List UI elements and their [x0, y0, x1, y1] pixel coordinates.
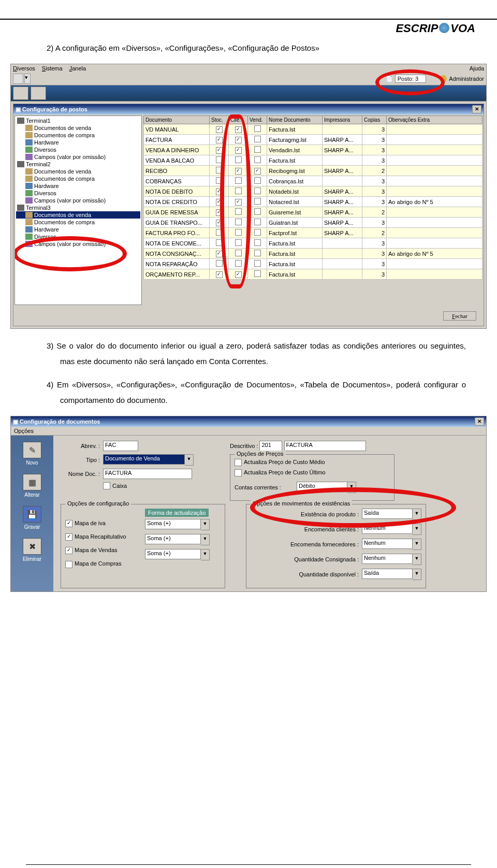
menu-diversos[interactable]: DDiversosiversos	[13, 65, 35, 71]
table-row[interactable]: COBRANÇASCobranças.lst3	[144, 176, 483, 186]
menu-sistema[interactable]: Sistema	[42, 65, 63, 71]
dropdown-icon[interactable]: ▼	[201, 519, 210, 530]
input-tipo[interactable]: Documento de Venda	[103, 454, 185, 465]
input-qtdis[interactable]: Saída	[362, 569, 413, 579]
input-exist[interactable]: Saída	[362, 509, 413, 519]
label-encfor: Encomenda fornecedores :	[290, 541, 362, 547]
checkbox-act2[interactable]	[235, 469, 242, 476]
tree-item[interactable]: Diversos	[16, 233, 140, 240]
input-encfor[interactable]: Nenhum	[362, 539, 413, 549]
dropdown-icon[interactable]: ▼	[413, 524, 421, 535]
col-clie[interactable]: Clie.	[229, 116, 248, 124]
tree-item[interactable]: Documentos de compra	[16, 175, 140, 182]
checkbox-maprec[interactable]: ✓	[65, 533, 72, 541]
tree-view[interactable]: Terminal1 Documentos de venda Documentos…	[14, 115, 142, 305]
table-row[interactable]: VENDA A BALCAOFactura.lst3	[144, 155, 483, 166]
close-icon[interactable]: ✕	[475, 417, 484, 426]
tree-item[interactable]: Campos (valor por omissão)	[16, 240, 140, 248]
sidebar-novo[interactable]: ✎Novo	[11, 438, 53, 470]
input-nome[interactable]: FACTURA	[103, 469, 192, 479]
tree-item[interactable]: Hardware	[16, 226, 140, 233]
checkbox-mapven[interactable]: ✓	[65, 547, 72, 554]
dropdown-icon[interactable]: ▼	[347, 482, 356, 493]
tree-item[interactable]: Diversos	[16, 146, 140, 153]
toolbar-dropdown-icon[interactable]: ▾	[24, 74, 31, 84]
col-nome[interactable]: Nome Documento	[267, 116, 323, 124]
sidebar-eliminar[interactable]: ✖Eliminar	[11, 534, 53, 566]
tree-terminal1[interactable]: Terminal1	[16, 117, 140, 124]
col-vend[interactable]: Vend.	[248, 116, 267, 124]
column-forma: Forma de actualização	[145, 509, 209, 517]
dropdown-icon[interactable]: ▼	[185, 454, 194, 466]
table-row[interactable]: GUIA DE TRANSPO...✓Guiatran.lstSHARP A..…	[144, 218, 483, 228]
table-row[interactable]: NOTA DE CREDITO✓✓Notacred.lstSHARP A...3…	[144, 197, 483, 207]
documents-grid[interactable]: Documento Stoc. Clie. Vend. Nome Documen…	[143, 115, 483, 305]
input-soma[interactable]: Soma (+)	[145, 549, 201, 559]
tree-item[interactable]: Campos (valor por omissão)	[16, 153, 140, 161]
checkbox-mapiva[interactable]: ✓	[65, 520, 72, 527]
dropdown-icon[interactable]: ▼	[201, 534, 210, 545]
tree-item[interactable]: Documentos de compra	[16, 132, 140, 139]
dropdown-icon[interactable]: ▼	[413, 539, 421, 550]
col-doc[interactable]: Documento	[144, 116, 210, 124]
tree-item[interactable]: Documentos de venda	[16, 168, 140, 175]
label-caixa: Caixa	[112, 483, 127, 489]
input-soma[interactable]: Soma (+)	[145, 534, 201, 544]
label-descritivo: Descritivo :	[230, 443, 258, 449]
table-row[interactable]: NOTA DE DEBITO✓Notadebi.lstSHARP A...3	[144, 186, 483, 197]
close-button[interactable]: Fechar	[443, 311, 476, 321]
dropdown-icon[interactable]: ▼	[413, 509, 421, 520]
input-qtcon[interactable]: Nenhum	[362, 554, 413, 564]
table-row[interactable]: FACTURA PRO FO...Factprof.lstSHARP A...2	[144, 228, 483, 238]
col-imp[interactable]: Impressora	[323, 116, 362, 124]
tree-item[interactable]: Campos (valor por omissão)	[16, 197, 140, 204]
col-obs[interactable]: Obervações Extra	[387, 116, 483, 124]
table-row[interactable]: ORÇAMENTO REP...✓✓Factura.lst3	[144, 269, 483, 280]
tree-item[interactable]: Documentos de venda	[16, 124, 140, 132]
toolbar-icon[interactable]	[13, 74, 23, 84]
tree-terminal2[interactable]: Terminal2	[16, 161, 140, 168]
menu-ajuda[interactable]: Ajuda	[470, 65, 484, 71]
table-row[interactable]: NOTA REPARAÇÃOFactura.lst3	[144, 259, 483, 269]
input-desc-num[interactable]: 201	[259, 441, 282, 451]
input-contas[interactable]: Débito	[297, 482, 347, 492]
table-row[interactable]: FACTURA✓✓Facturagmg.lstSHARP A...3	[144, 135, 483, 145]
checkbox-caixa[interactable]	[103, 482, 110, 489]
col-cop[interactable]: Copias	[362, 116, 387, 124]
table-row[interactable]: NOTA CONSIGNAÇ...✓Factura.lst3Ao abrigo …	[144, 249, 483, 259]
tree-item[interactable]: Hardware	[16, 182, 140, 190]
close-icon[interactable]: ✕	[472, 105, 481, 113]
tree-item[interactable]: Hardware	[16, 139, 140, 146]
sidebar-gravar[interactable]: 💾Gravar	[11, 502, 53, 534]
input-soma[interactable]: Soma (+)	[145, 519, 201, 529]
checkbox-mapcom[interactable]	[65, 561, 72, 568]
table-row[interactable]: GUIA DE REMESSA✓Guiareme.lstSHARP A...2	[144, 207, 483, 218]
dropdown-icon[interactable]: ▼	[201, 549, 210, 560]
input-enccli[interactable]: Nenhum	[362, 524, 413, 534]
iconbar-icon[interactable]	[31, 86, 46, 100]
table-row[interactable]: NOTA DE ENCOME...Factura.lst3	[144, 238, 483, 249]
sidebar: ✎Novo ▦Alterar 💾Gravar ✖Eliminar	[11, 436, 53, 591]
label-exist: Existência do produto :	[301, 511, 362, 517]
dropdown-icon[interactable]: ▼	[413, 569, 421, 580]
iconbar-icon[interactable]	[13, 86, 28, 100]
table-row[interactable]: VENDA A DINHEIRO✓✓Vendadin.lstSHARP A...…	[144, 145, 483, 155]
dropdown-icon[interactable]: ▼	[413, 554, 421, 565]
checkbox-act1[interactable]	[235, 459, 242, 466]
menu-opcoes[interactable]: Opções	[14, 428, 34, 434]
tree-terminal3[interactable]: Terminal3	[16, 204, 140, 211]
input-desc-txt[interactable]: FACTURA	[284, 441, 366, 451]
tree-item[interactable]: Diversos	[16, 190, 140, 197]
menubar[interactable]: DDiversosiversos Sistema Janela Ajuda	[11, 64, 486, 73]
tree-item-selected[interactable]: Documentos de venda	[16, 211, 140, 219]
table-row[interactable]: VD MANUAL✓✓Factura.lst3	[144, 124, 483, 135]
admin-icon	[440, 75, 447, 82]
table-row[interactable]: RECIBO✓✓Recibogmg.lstSHARP A...2	[144, 166, 483, 176]
tree-item[interactable]: Documentos de compra	[16, 219, 140, 226]
menu-janela[interactable]: Janela	[69, 65, 86, 71]
col-stoc[interactable]: Stoc.	[210, 116, 229, 124]
app-window-postos: DDiversosiversos Sistema Janela Ajuda ▾ …	[10, 64, 487, 329]
page-footer: Página 3 de 3	[26, 864, 471, 868]
input-abrev[interactable]: FAC	[103, 441, 138, 451]
sidebar-alterar[interactable]: ▦Alterar	[11, 470, 53, 502]
